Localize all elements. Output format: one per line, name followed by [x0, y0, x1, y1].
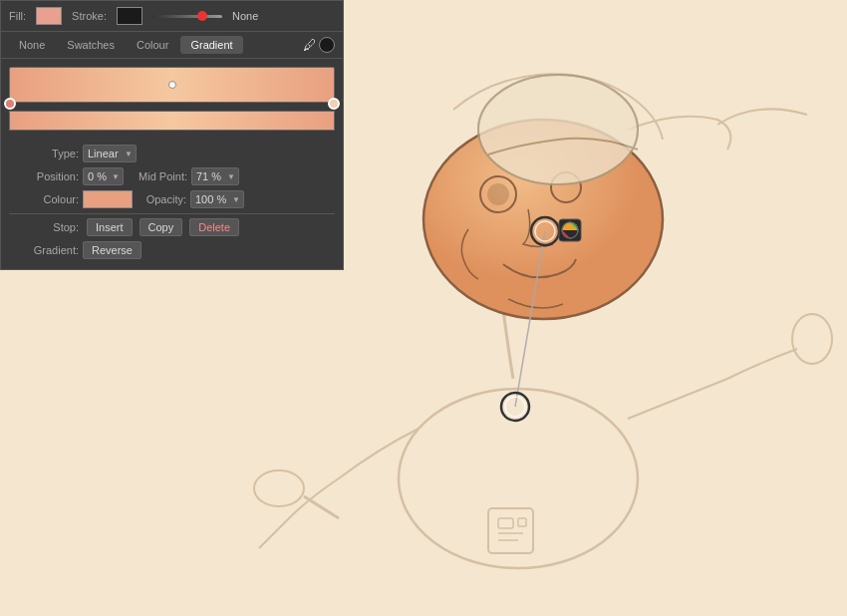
midpoint-select[interactable]: 71 %: [191, 167, 239, 185]
svg-point-22: [562, 222, 578, 238]
svg-rect-5: [488, 508, 533, 553]
position-select-wrapper: 0 %: [83, 167, 124, 185]
eyedropper-icon[interactable]: 🖊: [303, 37, 317, 53]
tab-gradient[interactable]: Gradient: [180, 36, 242, 54]
stroke-slider-container: [152, 15, 222, 18]
midpoint-label: Mid Point:: [128, 170, 187, 182]
svg-rect-7: [518, 518, 526, 526]
gradient-strip: [9, 111, 335, 131]
stroke-slider-thumb: [197, 11, 207, 21]
tab-bar: None Swatches Colour Gradient 🖊: [1, 32, 343, 59]
opacity-select[interactable]: 100 %: [190, 190, 244, 208]
colour-label: Colour:: [9, 193, 79, 205]
type-select[interactable]: Linear Radial: [83, 145, 137, 162]
fill-swatch[interactable]: [36, 7, 62, 25]
stop-row: Stop: Insert Copy Delete: [9, 218, 335, 236]
svg-point-20: [535, 221, 555, 241]
opacity-label: Opacity:: [137, 193, 186, 205]
gradient-handle-left[interactable]: [4, 98, 16, 110]
opacity-select-wrapper: 100 %: [190, 190, 244, 208]
svg-point-24: [501, 393, 529, 421]
svg-point-25: [505, 397, 525, 417]
stroke-slider[interactable]: [152, 15, 222, 18]
gradient-label: Gradient:: [9, 244, 79, 256]
svg-point-23: [562, 222, 578, 238]
form-section: Type: Linear Radial Position: 0 % Mid Po…: [1, 139, 343, 269]
svg-point-4: [792, 314, 832, 364]
type-select-wrapper: Linear Radial: [83, 145, 137, 162]
svg-line-3: [304, 496, 339, 518]
delete-button[interactable]: Delete: [189, 218, 239, 236]
none-button[interactable]: None: [232, 10, 258, 22]
gradient-panel: Fill: Stroke: None None Swatches Colour …: [0, 0, 344, 270]
svg-point-19: [531, 217, 559, 245]
svg-line-18: [515, 231, 545, 407]
tab-swatches[interactable]: Swatches: [57, 36, 125, 54]
tab-colour[interactable]: Colour: [127, 36, 178, 54]
colour-row: Colour: Opacity: 100 %: [9, 190, 335, 208]
position-row: Position: 0 % Mid Point: 71 %: [9, 167, 335, 185]
divider-1: [9, 213, 335, 214]
fill-label: Fill:: [9, 10, 26, 22]
stop-label: Stop:: [9, 221, 79, 233]
type-label: Type:: [9, 148, 79, 159]
gradient-preview-area: [1, 59, 343, 139]
svg-point-11: [424, 120, 663, 319]
position-label: Position:: [9, 170, 79, 182]
top-bar: Fill: Stroke: None: [1, 1, 343, 32]
svg-point-13: [480, 176, 516, 212]
svg-point-1: [399, 389, 638, 568]
color-dot[interactable]: [319, 37, 335, 53]
svg-point-10: [424, 120, 663, 319]
svg-point-14: [488, 184, 508, 204]
gradient-label-row: Gradient: Reverse: [9, 241, 335, 259]
svg-point-2: [254, 470, 304, 506]
tab-none[interactable]: None: [9, 36, 55, 54]
svg-point-17: [478, 75, 638, 184]
reverse-button[interactable]: Reverse: [83, 241, 141, 259]
stroke-label: Stroke:: [72, 10, 107, 22]
position-select[interactable]: 0 %: [83, 167, 124, 185]
insert-button[interactable]: Insert: [87, 218, 133, 236]
colour-swatch[interactable]: [83, 190, 133, 208]
gradient-midpoint[interactable]: [168, 81, 176, 89]
svg-point-16: [478, 75, 638, 184]
type-row: Type: Linear Radial: [9, 145, 335, 162]
stroke-swatch[interactable]: [117, 7, 142, 25]
gradient-bar[interactable]: [9, 67, 335, 103]
gradient-handle-right[interactable]: [328, 98, 340, 110]
midpoint-select-wrapper: 71 %: [191, 167, 239, 185]
svg-point-15: [551, 172, 581, 202]
svg-point-12: [424, 120, 663, 319]
svg-rect-21: [559, 219, 581, 241]
svg-rect-6: [498, 518, 513, 528]
copy-button[interactable]: Copy: [140, 218, 183, 236]
